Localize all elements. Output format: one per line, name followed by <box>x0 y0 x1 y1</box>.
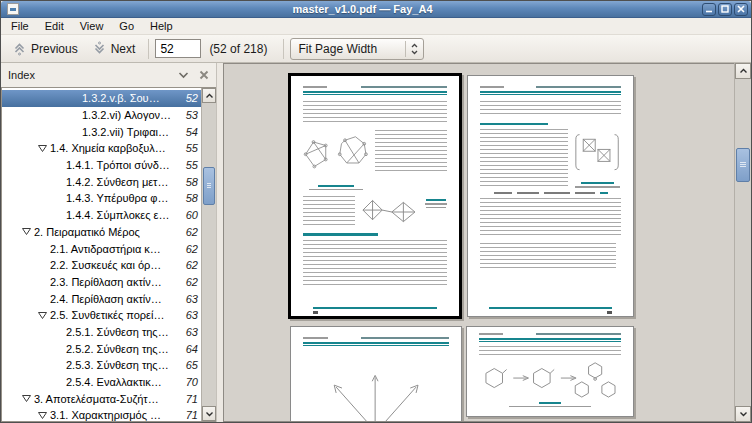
menu-bar: File Edit View Go Help <box>1 18 751 35</box>
index-entry-label: 2.2. Συσκευές και όρ… <box>50 259 161 271</box>
index-entry-label: 1.4.3. Υπέρυθρα φ… <box>66 192 168 204</box>
app-document-icon <box>7 3 19 15</box>
index-entry[interactable]: 2. Πειραματικό Μέρος 62 <box>2 224 201 241</box>
index-entry-page: 63 <box>176 309 198 321</box>
document-page[interactable] <box>467 75 634 317</box>
index-entry[interactable]: 2.5. Συνθετικές πορεί… 63 <box>2 307 201 324</box>
index-entry-page: 58 <box>176 176 198 188</box>
menu-go[interactable]: Go <box>111 19 142 33</box>
scroll-thumb[interactable] <box>203 167 215 205</box>
close-icon <box>737 5 745 13</box>
index-tree: 1.3.2.v.β. Σου… 52 1.3.2.vi) Αλογον… 53 <box>2 88 201 421</box>
index-entry-label: 1.3.2.vii) Τριφαι… <box>82 126 169 138</box>
document-page[interactable] <box>290 326 462 422</box>
scroll-up-button[interactable] <box>735 63 751 79</box>
index-entry[interactable]: 2.5.2. Σύνθεση της… 64 <box>2 340 201 357</box>
index-entry[interactable]: 2.2. Συσκευές και όρ… 62 <box>2 257 201 274</box>
index-entry-label: 1.3.2.vi) Αλογον… <box>82 109 171 121</box>
index-entry-label: 1.4.2. Σύνθεση μετ… <box>66 176 168 188</box>
document-viewport[interactable] <box>223 63 734 422</box>
next-label: Next <box>111 42 136 56</box>
maximize-button[interactable] <box>718 3 732 16</box>
index-entry[interactable]: 1.4.3. Υπέρυθρα φ… 58 <box>2 190 201 207</box>
index-entry-label: 2.5.4. Εναλλακτικ… <box>66 376 162 388</box>
expander-triangle-icon[interactable] <box>34 412 50 419</box>
index-entry[interactable]: 2.5.4. Εναλλακτικ… 70 <box>2 374 201 391</box>
expander-triangle-icon[interactable] <box>34 145 50 152</box>
menu-view[interactable]: View <box>72 19 112 33</box>
page-number-input[interactable] <box>155 39 201 58</box>
index-entry-page: 52 <box>176 92 198 104</box>
molecule-structures-figure <box>303 130 369 182</box>
scroll-down-button[interactable] <box>202 406 216 421</box>
index-entry-label: 1.3.2.v.β. Σου… <box>82 92 160 104</box>
index-entry-page: 65 <box>176 359 198 371</box>
title-bar[interactable]: master_v1.0.pdf — Fay_A4 <box>1 1 751 18</box>
index-entry[interactable]: 1.4.1. Τρόποι σύνδ… 55 <box>2 157 201 174</box>
arrow-up-icon <box>739 68 748 74</box>
close-icon <box>199 70 209 80</box>
index-entry[interactable]: 1.4.2. Σύνθεση μετ… 58 <box>2 173 201 190</box>
arrow-up-icon <box>205 93 214 99</box>
index-entry-page: 54 <box>176 126 198 138</box>
scroll-track[interactable] <box>735 79 751 406</box>
content-area: Index <box>1 63 751 422</box>
chevron-down-icon <box>178 71 189 79</box>
scroll-track[interactable] <box>202 103 216 406</box>
index-entry[interactable]: 2.1. Αντιδραστήρια κ… 62 <box>2 240 201 257</box>
index-entry[interactable]: 2.3. Περίθλαση ακτίν… 62 <box>2 274 201 291</box>
index-entry[interactable]: 1.3.2.v.β. Σου… 52 <box>2 90 201 107</box>
sidebar-close-button[interactable] <box>199 70 209 80</box>
next-button[interactable]: Next <box>85 38 143 59</box>
index-entry[interactable]: 3.1. Χαρακτηρισμός … 71 <box>2 407 201 421</box>
index-entry[interactable]: 3. Αποτελέσματα-Συζήτ… 71 <box>2 390 201 407</box>
index-entry[interactable]: 2.5.3. Σύνθεση της… 65 <box>2 357 201 374</box>
expander-triangle-icon[interactable] <box>18 228 34 235</box>
index-entry[interactable]: 2.4. Περίθλαση ακτίν… 63 <box>2 290 201 307</box>
zoom-mode-select[interactable]: Fit Page Width <box>290 38 424 60</box>
radial-reaction-scheme-figure <box>303 354 449 422</box>
sidebar-selector-button[interactable] <box>178 71 189 79</box>
sidebar-scrollbar[interactable] <box>201 88 216 421</box>
zoom-mode-value: Fit Page Width <box>298 42 401 56</box>
index-entry-label: 2.5.1. Σύνθεση της… <box>66 326 169 338</box>
index-entry[interactable]: 2.5.1. Σύνθεση της… 63 <box>2 324 201 341</box>
minimize-icon <box>705 6 713 13</box>
index-entry-page: 60 <box>176 209 198 221</box>
chemical-equation <box>480 192 622 194</box>
menu-file[interactable]: File <box>3 19 37 33</box>
index-entry[interactable]: 1.3.2.vii) Τριφαι… 54 <box>2 123 201 140</box>
scroll-thumb[interactable] <box>736 148 750 182</box>
sidebar-header: Index <box>1 63 216 87</box>
menu-help[interactable]: Help <box>142 19 181 33</box>
page-count-label: (52 of 218) <box>209 42 267 56</box>
index-entry-page: 55 <box>176 142 198 154</box>
sidebar-title: Index <box>8 69 168 81</box>
maximize-icon <box>721 5 729 13</box>
minimize-button[interactable] <box>702 3 716 16</box>
document-page[interactable] <box>466 326 634 417</box>
arrow-down-icon <box>739 411 748 417</box>
scroll-up-button[interactable] <box>202 88 216 103</box>
index-entry-label: 2.5.2. Σύνθεση της… <box>66 343 169 355</box>
previous-button[interactable]: Previous <box>5 38 85 59</box>
index-entry-page: 63 <box>176 293 198 305</box>
document-page-current[interactable] <box>288 73 462 319</box>
index-entry-page: 70 <box>176 376 198 388</box>
stepper-arrows-icon <box>410 42 419 56</box>
arrow-down-icon <box>205 411 214 417</box>
index-entry-label: 2.5.3. Σύνθεση της… <box>66 359 169 371</box>
index-entry[interactable]: 1.4.4. Σύμπλοκες ε… 60 <box>2 207 201 224</box>
index-entry[interactable]: 1.3.2.vi) Αλογον… 53 <box>2 107 201 124</box>
close-button[interactable] <box>734 3 748 16</box>
document-scrollbar[interactable] <box>734 63 751 422</box>
expander-triangle-icon[interactable] <box>18 395 34 402</box>
expander-triangle-icon[interactable] <box>34 312 50 319</box>
scroll-down-button[interactable] <box>735 406 751 422</box>
index-entry[interactable]: 1.4. Χημεία καρβοξυλ… 55 <box>2 140 201 157</box>
menu-edit[interactable]: Edit <box>37 19 72 33</box>
pdf-viewer-window: master_v1.0.pdf — Fay_A4 File Edit View … <box>0 0 752 423</box>
index-entry-label: 2.5. Συνθετικές πορεί… <box>50 309 164 321</box>
index-entry-page: 63 <box>176 326 198 338</box>
index-entry-page: 64 <box>176 343 198 355</box>
